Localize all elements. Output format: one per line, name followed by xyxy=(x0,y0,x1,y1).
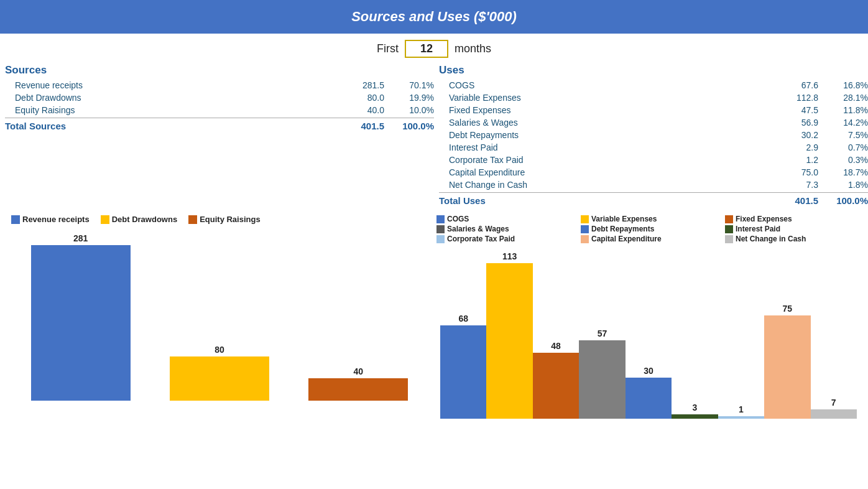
sources-row: Debt Drawdowns 80.0 19.9% xyxy=(5,91,434,104)
page-title: Sources and Uses ($'000) xyxy=(351,9,517,24)
uses-row: Debt Repayments 30.2 7.5% xyxy=(439,129,868,141)
uses-row-value: 75.0 xyxy=(769,167,818,177)
legend-label: Debt Repayments xyxy=(591,225,654,233)
uses-row-label: Net Change in Cash xyxy=(439,180,769,190)
sources-row-value: 281.5 xyxy=(335,80,384,90)
months-label: months xyxy=(455,42,491,55)
right-legend-item: Variable Expenses xyxy=(581,215,719,223)
bar-group: 48 xyxy=(533,244,579,419)
legend-color-box xyxy=(436,235,445,243)
uses-row-label: Interest Paid xyxy=(439,142,769,152)
months-input[interactable] xyxy=(405,40,448,58)
right-chart-legend: COGSVariable ExpensesFixed ExpensesSalar… xyxy=(434,215,863,243)
uses-row-value: 56.9 xyxy=(769,118,818,128)
uses-row-value: 2.9 xyxy=(769,142,818,152)
uses-row: Corporate Tax Paid 1.2 0.3% xyxy=(439,154,868,166)
legend-label: Equity Raisings xyxy=(200,215,261,224)
bar-label-top: 68 xyxy=(458,314,468,324)
legend-label: Interest Paid xyxy=(736,225,780,233)
uses-row-label: Fixed Expenses xyxy=(439,105,769,115)
legend-label: Salaries & Wages xyxy=(447,225,509,233)
legend-color-box xyxy=(725,215,733,223)
uses-row-pct: 1.8% xyxy=(818,180,868,190)
uses-row-pct: 0.7% xyxy=(818,142,868,152)
bar xyxy=(764,315,810,419)
sources-row-label: Equity Raisings xyxy=(5,105,335,115)
right-legend-item: Capital Expenditure xyxy=(581,235,719,243)
uses-row-value: 112.8 xyxy=(769,93,818,103)
legend-label: Net Change in Cash xyxy=(736,235,806,243)
charts-area: Revenue receiptsDebt DrawdownsEquity Rai… xyxy=(0,208,868,419)
sources-row: Equity Raisings 40.0 10.0% xyxy=(5,104,434,116)
bar-group: 30 xyxy=(626,244,672,419)
bar-label-top: 113 xyxy=(502,251,517,261)
right-legend-item: Salaries & Wages xyxy=(436,225,575,233)
uses-row-value: 30.2 xyxy=(769,130,818,140)
uses-section: Uses COGS 67.6 16.8% Variable Expenses 1… xyxy=(434,63,868,208)
legend-color-box xyxy=(101,215,109,224)
bar xyxy=(486,263,532,419)
legend-label: Variable Expenses xyxy=(591,215,657,223)
bar xyxy=(31,245,131,401)
uses-row-label: Variable Expenses xyxy=(439,93,769,103)
sources-row-label: Debt Drawdowns xyxy=(5,93,335,103)
sources-title: Sources xyxy=(5,63,434,79)
bar-label-top: 7 xyxy=(831,398,836,408)
bar-label-top: 1 xyxy=(739,404,744,414)
sources-row-value: 40.0 xyxy=(335,105,384,115)
uses-row-pct: 14.2% xyxy=(818,118,868,128)
left-chart-legend: Revenue receiptsDebt DrawdownsEquity Rai… xyxy=(5,215,434,224)
sources-row-pct: 19.9% xyxy=(384,93,434,103)
sources-row-pct: 10.0% xyxy=(384,105,434,115)
bar-group: 68 xyxy=(440,244,486,419)
bar-group: 7 xyxy=(811,244,857,419)
legend-color-box xyxy=(436,225,445,233)
legend-color-box xyxy=(725,235,733,243)
sources-row-value: 80.0 xyxy=(335,93,384,103)
bar-group: 80 xyxy=(150,226,289,401)
uses-row-label: Corporate Tax Paid xyxy=(439,155,769,165)
bar-label-top: 40 xyxy=(354,366,364,376)
bar xyxy=(626,378,672,419)
uses-row-pct: 11.8% xyxy=(818,105,868,115)
bar xyxy=(533,353,579,419)
left-legend-item: Equity Raisings xyxy=(188,215,261,224)
uses-row: COGS 67.6 16.8% xyxy=(439,79,868,91)
right-chart: COGSVariable ExpensesFixed ExpensesSalar… xyxy=(434,215,863,419)
left-legend-item: Debt Drawdowns xyxy=(101,215,177,224)
left-legend-item: Revenue receipts xyxy=(11,215,90,224)
uses-title: Uses xyxy=(439,63,868,79)
legend-color-box xyxy=(436,215,445,223)
uses-row-value: 67.6 xyxy=(769,80,818,90)
uses-row: Capital Expenditure 75.0 18.7% xyxy=(439,166,868,179)
bar-group: 1 xyxy=(718,244,764,419)
bar-group: 281 xyxy=(11,226,150,401)
uses-total-value: 401.5 xyxy=(769,195,818,206)
right-legend-item: Fixed Expenses xyxy=(725,215,863,223)
uses-row-pct: 7.5% xyxy=(818,130,868,140)
bar xyxy=(308,378,408,401)
months-row: First months xyxy=(0,34,868,63)
uses-row-label: Debt Repayments xyxy=(439,130,769,140)
sources-row: Revenue receipts 281.5 70.1% xyxy=(5,79,434,91)
uses-row: Salaries & Wages 56.9 14.2% xyxy=(439,116,868,129)
legend-color-box xyxy=(188,215,197,224)
bar xyxy=(811,409,857,419)
first-label: First xyxy=(377,42,399,55)
right-legend-item: Debt Repayments xyxy=(581,225,719,233)
bar-label-top: 57 xyxy=(598,328,607,338)
uses-row-pct: 28.1% xyxy=(818,93,868,103)
bar-group: 3 xyxy=(672,244,718,419)
bar xyxy=(718,416,764,419)
uses-row-value: 7.3 xyxy=(769,180,818,190)
uses-row: Net Change in Cash 7.3 1.8% xyxy=(439,179,868,191)
right-legend-item: Corporate Tax Paid xyxy=(436,235,575,243)
sources-total-label: Total Sources xyxy=(5,121,335,131)
page-header: Sources and Uses ($'000) xyxy=(0,0,868,34)
legend-color-box xyxy=(581,225,589,233)
bar-group: 57 xyxy=(579,244,625,419)
legend-label: Corporate Tax Paid xyxy=(447,235,515,243)
legend-label: Revenue receipts xyxy=(22,215,90,224)
uses-rows: COGS 67.6 16.8% Variable Expenses 112.8 … xyxy=(439,79,868,191)
uses-row-label: Capital Expenditure xyxy=(439,167,769,177)
